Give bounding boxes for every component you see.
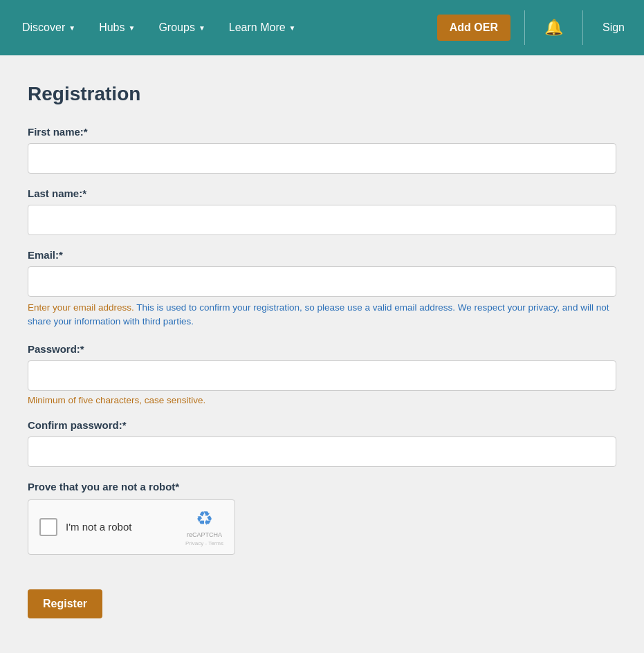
bell-icon[interactable]: 🔔 <box>539 13 569 42</box>
nav-item-discover[interactable]: Discover ▼ <box>14 16 84 39</box>
email-label: Email:* <box>28 249 616 261</box>
chevron-down-icon: ▼ <box>129 24 136 32</box>
email-group: Email:* Enter your email address. This i… <box>28 249 616 329</box>
first-name-input[interactable] <box>28 143 616 174</box>
register-button[interactable]: Register <box>28 589 102 618</box>
first-name-group: First name:* <box>28 126 616 174</box>
email-hint: Enter your email address. This is used t… <box>28 301 616 329</box>
first-name-label: First name:* <box>28 126 616 138</box>
chevron-down-icon: ▼ <box>68 24 75 32</box>
password-hint: Minimum of five characters, case sensiti… <box>28 395 616 405</box>
nav-divider <box>524 10 525 45</box>
password-label: Password:* <box>28 343 616 355</box>
nav-hubs-label: Hubs <box>99 21 125 34</box>
chevron-down-icon: ▼ <box>289 24 296 32</box>
captcha-checkbox[interactable] <box>39 518 57 536</box>
captcha-checkbox-label: I'm not a robot <box>66 521 177 533</box>
email-input[interactable] <box>28 266 616 297</box>
chevron-down-icon: ▼ <box>199 24 205 32</box>
nav-groups-label: Groups <box>158 21 194 34</box>
add-oer-button[interactable]: Add OER <box>437 15 510 41</box>
nav-divider-2 <box>582 10 583 45</box>
recaptcha-sub: Privacy - Terms <box>185 540 223 546</box>
nav-item-hubs[interactable]: Hubs ▼ <box>91 16 143 39</box>
password-group: Password:* Minimum of five characters, c… <box>28 343 616 405</box>
captcha-widget[interactable]: I'm not a robot ♻ reCAPTCHA Privacy - Te… <box>28 499 235 555</box>
last-name-label: Last name:* <box>28 187 616 199</box>
confirm-password-group: Confirm password:* <box>28 419 616 467</box>
recaptcha-logo-area: ♻ reCAPTCHA Privacy - Terms <box>185 507 223 547</box>
confirm-password-label: Confirm password:* <box>28 419 616 431</box>
page-title: Registration <box>28 83 616 105</box>
password-input[interactable] <box>28 360 616 391</box>
sign-in-link[interactable]: Sign <box>597 16 630 39</box>
last-name-group: Last name:* <box>28 187 616 235</box>
confirm-password-input[interactable] <box>28 436 616 467</box>
recaptcha-brand: reCAPTCHA <box>187 531 222 540</box>
captcha-group: Prove that you are not a robot* I'm not … <box>28 481 616 555</box>
email-hint-start: Enter your email address. <box>28 302 134 313</box>
navigation: Discover ▼ Hubs ▼ Groups ▼ Learn More ▼ … <box>0 0 644 55</box>
nav-item-groups[interactable]: Groups ▼ <box>150 16 213 39</box>
nav-discover-label: Discover <box>22 21 65 34</box>
main-content: Registration First name:* Last name:* Em… <box>0 55 644 646</box>
recaptcha-icon: ♻ <box>196 507 213 530</box>
last-name-input[interactable] <box>28 205 616 235</box>
nav-learn-more-label: Learn More <box>229 21 286 34</box>
nav-item-learn-more[interactable]: Learn More ▼ <box>221 16 304 39</box>
captcha-section-label: Prove that you are not a robot* <box>28 481 616 493</box>
